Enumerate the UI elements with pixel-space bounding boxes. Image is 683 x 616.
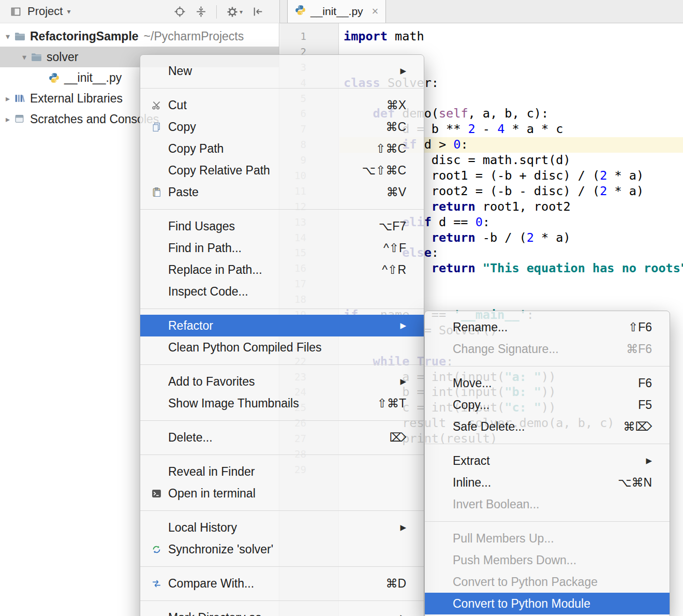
menu-item-convert-to-python-package: Convert to Python Package <box>425 571 670 593</box>
close-icon[interactable]: × <box>372 6 379 17</box>
menu-item-label: Extract <box>453 454 636 468</box>
menu-item-inspect-code[interactable]: Inspect Code... <box>140 281 424 302</box>
menu-item-label: Paste <box>168 185 377 199</box>
library-icon <box>14 93 30 104</box>
python-icon <box>295 5 306 18</box>
menu-item-cut[interactable]: Cut⌘X <box>140 94 424 116</box>
menu-item-find-in-path[interactable]: Find in Path...^⇧F <box>140 237 424 259</box>
disclosure-icon[interactable]: ▾ <box>1 32 14 41</box>
menu-divider <box>140 209 424 210</box>
submenu-arrow-icon: ▶ <box>400 523 406 532</box>
menu-item-convert-to-python-module[interactable]: Convert to Python Module <box>425 593 670 614</box>
shortcut: ⇧⌘T <box>377 397 406 410</box>
disclosure-icon[interactable]: ▾ <box>18 52 31 62</box>
shortcut: ⌘⌦ <box>623 420 652 434</box>
project-panel-header: Project ▾ ▾ <box>0 0 279 23</box>
menu-item-label: Find in Path... <box>168 241 374 255</box>
chevron-down-icon[interactable]: ▾ <box>67 7 70 16</box>
menu-item-reveal-in-finder[interactable]: Reveal in Finder <box>140 461 424 482</box>
settings-gear-icon[interactable]: ▾ <box>226 6 243 18</box>
menu-item-move[interactable]: Move...F6 <box>425 372 670 394</box>
disclosure-icon[interactable]: ▸ <box>1 94 14 104</box>
menu-item-label: Compare With... <box>168 577 376 591</box>
project-view-selector[interactable]: Project <box>27 5 63 18</box>
menu-item-label: Inspect Code... <box>168 285 406 299</box>
shortcut: ⌘D <box>385 577 406 591</box>
project-tool-window-icon <box>10 6 21 17</box>
menu-divider <box>140 88 424 89</box>
refactor-submenu: Rename...⇧F6Change Signature...⌘F6Move..… <box>424 311 670 616</box>
menu-item-rename[interactable]: Rename...⇧F6 <box>425 316 670 338</box>
menu-item-copy-relative-path[interactable]: Copy Relative Path⌥⇧⌘C <box>140 159 424 181</box>
menu-item-find-usages[interactable]: Find Usages⌥F7 <box>140 215 424 237</box>
menu-item-label: Push Members Down... <box>453 553 652 567</box>
menu-item-mark-directory-as[interactable]: Mark Directory as▶ <box>140 607 424 616</box>
menu-divider <box>140 309 424 309</box>
paste-icon <box>152 187 164 197</box>
line-number: 1 <box>280 29 338 45</box>
shortcut: ⇧F6 <box>628 320 652 334</box>
menu-item-replace-in-path[interactable]: Replace in Path...^⇧R <box>140 259 424 281</box>
menu-item-safe-delete[interactable]: Safe Delete...⌘⌦ <box>425 416 670 437</box>
menu-divider <box>140 600 424 601</box>
menu-item-show-image-thumbnails[interactable]: Show Image Thumbnails⇧⌘T <box>140 392 424 414</box>
collapse-all-icon[interactable] <box>195 6 207 18</box>
tree-item-label: solver <box>47 50 78 64</box>
tree-item-refactoringsample[interactable]: ▾RefactoringSample~/PycharmProjects <box>0 26 279 47</box>
scissors-icon <box>152 100 164 110</box>
menu-item-paste[interactable]: Paste⌘V <box>140 181 424 203</box>
pycharm-window: Project ▾ ▾ __init__.py × ▾Refa <box>0 0 683 616</box>
menu-item-clean-python-compiled-files[interactable]: Clean Python Compiled Files <box>140 336 424 358</box>
shortcut: ⌘C <box>385 120 406 134</box>
toolbar-divider <box>216 5 217 19</box>
menu-item-add-to-favorites[interactable]: Add to Favorites▶ <box>140 371 424 392</box>
submenu-arrow-icon: ▶ <box>400 66 406 76</box>
menu-item-label: Find Usages <box>168 219 369 233</box>
menu-item-copy[interactable]: Copy⌘C <box>140 116 424 138</box>
folder-icon <box>31 52 47 62</box>
menu-item-label: Change Signature... <box>453 342 617 356</box>
menu-item-push-members-down: Push Members Down... <box>425 549 670 571</box>
chevron-down-icon: ▾ <box>240 8 243 16</box>
tree-item-label: __init__.py <box>64 71 122 85</box>
menu-divider <box>140 454 424 455</box>
shortcut: ⇧⌘C <box>376 142 406 156</box>
shortcut: ⌘F6 <box>626 342 652 356</box>
menu-item-label: Cut <box>168 98 377 112</box>
locate-icon[interactable] <box>174 6 186 18</box>
tab-init-py[interactable]: __init__.py × <box>287 0 386 23</box>
menu-item-label: New <box>168 64 391 78</box>
menu-item-label: Reveal in Finder <box>168 465 406 479</box>
context-menu: New▶Cut⌘XCopy⌘CCopy Path⇧⌘CCopy Relative… <box>140 54 424 616</box>
menu-item-compare-with[interactable]: Compare With...⌘D <box>140 573 424 594</box>
shortcut: ^⇧R <box>382 263 406 277</box>
menu-item-copy[interactable]: Copy...F5 <box>425 394 670 416</box>
scratches-icon <box>14 114 30 124</box>
menu-item-new[interactable]: New▶ <box>140 60 424 82</box>
menu-item-label: Pull Members Up... <box>453 532 652 546</box>
menu-item-inline[interactable]: Inline...⌥⌘N <box>425 472 670 493</box>
menu-item-label: Open in terminal <box>168 487 406 501</box>
menu-item-label: Move... <box>453 376 629 390</box>
disclosure-icon[interactable]: ▸ <box>1 114 14 124</box>
menu-item-label: Safe Delete... <box>453 420 614 434</box>
menu-item-delete[interactable]: Delete...⌦ <box>140 427 424 448</box>
tree-item-path: ~/PycharmProjects <box>144 30 244 43</box>
shortcut: ⌥⌘N <box>618 476 652 490</box>
tree-item-label: RefactoringSample <box>30 30 139 43</box>
menu-divider <box>425 444 670 444</box>
menu-item-local-history[interactable]: Local History▶ <box>140 517 424 538</box>
menu-item-label: Invert Boolean... <box>453 497 652 511</box>
menu-item-label: Clean Python Compiled Files <box>168 341 406 355</box>
hide-panel-icon[interactable] <box>252 6 264 18</box>
menu-item-extract[interactable]: Extract▶ <box>425 450 670 472</box>
menu-item-label: Convert to Python Package <box>453 575 652 589</box>
menu-item-label: Rename... <box>453 320 619 334</box>
menu-item-refactor[interactable]: Refactor▶ <box>140 315 424 336</box>
shortcut: F6 <box>638 376 652 390</box>
menu-item-copy-path[interactable]: Copy Path⇧⌘C <box>140 138 424 159</box>
menu-item-synchronize-solver[interactable]: Synchronize 'solver' <box>140 538 424 560</box>
menu-item-open-in-terminal[interactable]: Open in terminal <box>140 482 424 504</box>
shortcut: ⌘X <box>387 98 406 112</box>
menu-item-label: Local History <box>168 521 391 535</box>
